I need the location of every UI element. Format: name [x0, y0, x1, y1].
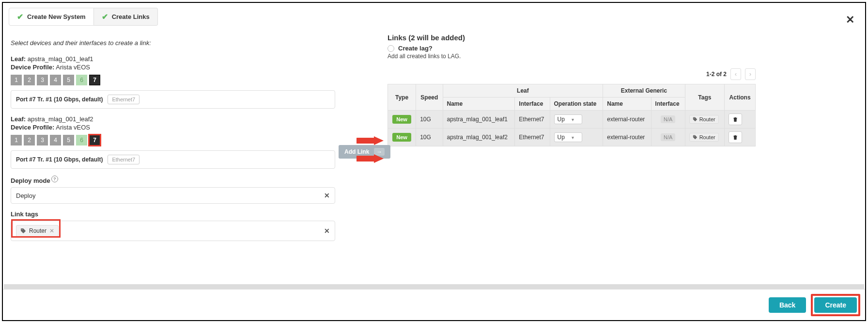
tag-chip: Router [689, 115, 719, 124]
th-op: Operation state [550, 97, 603, 111]
port-1[interactable]: 1 [11, 135, 22, 145]
chevron-down-icon: ▾ [572, 117, 574, 122]
th-tags: Tags [685, 84, 725, 111]
tag-icon [20, 228, 26, 234]
leaf2-profile: Device Profile: Arista vEOS [11, 124, 381, 131]
port-4[interactable]: 4 [50, 75, 61, 85]
port-3[interactable]: 3 [37, 135, 48, 145]
wizard-step-1[interactable]: ✔ Create New System [9, 8, 94, 26]
op-state-select[interactable]: Up▾ [554, 132, 582, 142]
pager-text: 1-2 of 2 [706, 71, 727, 78]
tag-chip-router[interactable]: Router ✕ [16, 225, 59, 237]
deploy-mode-label: Deploy mode? [11, 176, 381, 184]
port-6[interactable]: 6 [76, 135, 87, 145]
trash-icon [732, 116, 738, 123]
pager-prev[interactable]: ‹ [730, 68, 741, 80]
leaf2-name: Leaf: apstra_mlag_001_leaf2 [11, 115, 381, 123]
port-info-label: Port #7 Tr. #1 (10 Gbps, default) [16, 156, 103, 163]
check-icon: ✔ [17, 12, 23, 21]
th-leaf-group: Leaf [443, 84, 603, 97]
th-type: Type [388, 84, 416, 111]
link-tags-label: Link tags [11, 210, 381, 218]
cell-speed: 10G [416, 111, 443, 129]
cell-leaf-iface: Ethernet7 [515, 111, 550, 129]
annotation-highlight: Create [811, 294, 860, 316]
port-3[interactable]: 3 [37, 75, 48, 85]
type-badge: New [392, 133, 411, 142]
port-7[interactable]: 7 [89, 75, 100, 85]
cell-speed: 10G [416, 129, 443, 146]
back-button[interactable]: Back [769, 297, 806, 313]
th-actions: Actions [725, 84, 756, 111]
leaf2-port-info: Port #7 Tr. #1 (10 Gbps, default) Ethern… [11, 150, 335, 169]
annotation-arrow [356, 135, 385, 146]
tag-icon [693, 117, 698, 122]
leaf1-name: Leaf: apstra_mlag_001_leaf1 [11, 55, 381, 63]
port-5[interactable]: 5 [63, 75, 74, 85]
tag-chip: Router [689, 133, 719, 142]
table-row: New 10G apstra_mlag_001_leaf1 Ethernet7 … [388, 111, 756, 129]
port-2[interactable]: 2 [24, 135, 35, 145]
link-tags-input[interactable]: Router ✕ ✕ [11, 221, 335, 241]
th-name: Name [443, 97, 515, 111]
check-icon: ✔ [102, 12, 108, 21]
links-heading: Links (2 will be added) [388, 33, 860, 42]
port-1[interactable]: 1 [11, 75, 22, 85]
wizard-step-1-label: Create New System [27, 13, 86, 20]
th-iface: Interface [515, 97, 550, 111]
clear-icon[interactable]: ✕ [324, 192, 330, 199]
tag-icon [693, 135, 698, 140]
remove-tag-icon[interactable]: ✕ [49, 227, 54, 234]
deploy-mode-value: Deploy [16, 192, 35, 199]
leaf2-ports: 1 2 3 4 5 6 7 [11, 135, 381, 145]
instruction-text: Select devices and their interfaces to c… [11, 39, 381, 47]
port-7[interactable]: 7 [89, 135, 100, 145]
create-lag-radio[interactable] [388, 45, 394, 52]
port-6[interactable]: 6 [76, 75, 87, 85]
deploy-mode-select[interactable]: Deploy ✕ [11, 187, 335, 204]
port-2[interactable]: 2 [24, 75, 35, 85]
create-lag-label: Create lag? [398, 45, 433, 52]
create-button[interactable]: Create [814, 297, 857, 313]
clear-icon[interactable]: ✕ [324, 227, 330, 235]
cell-leaf-name: apstra_mlag_001_leaf1 [443, 111, 515, 129]
cell-leaf-iface: Ethernet7 [515, 129, 550, 146]
cell-ext-iface: N/A [661, 115, 675, 123]
wizard-step-2-label: Create Links [112, 13, 150, 20]
delete-row-button[interactable] [728, 131, 742, 143]
close-icon[interactable]: ✕ [846, 14, 854, 26]
leaf1-ports: 1 2 3 4 5 6 7 [11, 75, 381, 85]
pager: 1-2 of 2 ‹ › [388, 68, 756, 80]
leaf1-iface-chip[interactable]: Ethernet7 [108, 95, 140, 104]
delete-row-button[interactable] [728, 113, 742, 125]
create-lag-row: Create lag? [388, 45, 860, 52]
footer: Back Create [3, 289, 865, 320]
cell-ext-iface: N/A [661, 133, 675, 141]
links-table: Type Speed Leaf External Generic Tags Ac… [388, 84, 756, 146]
create-lag-help: Add all created links to LAG. [388, 53, 860, 60]
port-5[interactable]: 5 [63, 135, 74, 145]
trash-icon [732, 134, 738, 141]
th-speed: Speed [416, 84, 443, 111]
annotation-arrow [356, 153, 385, 164]
wizard-step-2[interactable]: ✔ Create Links [94, 8, 158, 26]
chevron-down-icon: ▾ [572, 135, 574, 140]
leaf1-port-info: Port #7 Tr. #1 (10 Gbps, default) Ethern… [11, 90, 335, 109]
leaf2-iface-chip[interactable]: Ethernet7 [108, 155, 140, 164]
op-state-select[interactable]: Up▾ [554, 114, 582, 124]
th-name: Name [603, 97, 651, 111]
cell-ext-name: external-router [603, 111, 651, 129]
help-icon[interactable]: ? [51, 176, 58, 182]
th-ext-group: External Generic [603, 84, 685, 97]
th-iface: Interface [651, 97, 685, 111]
pager-next[interactable]: › [745, 68, 756, 80]
cell-ext-name: external-router [603, 129, 651, 146]
leaf1-profile: Device Profile: Arista vEOS [11, 64, 381, 71]
port-4[interactable]: 4 [50, 135, 61, 145]
wizard-steps: ✔ Create New System ✔ Create Links [3, 3, 865, 31]
cell-leaf-name: apstra_mlag_001_leaf2 [443, 129, 515, 146]
tag-chip-label: Router [29, 227, 46, 234]
table-row: New 10G apstra_mlag_001_leaf2 Ethernet7 … [388, 129, 756, 146]
type-badge: New [392, 115, 411, 124]
port-info-label: Port #7 Tr. #1 (10 Gbps, default) [16, 96, 103, 103]
